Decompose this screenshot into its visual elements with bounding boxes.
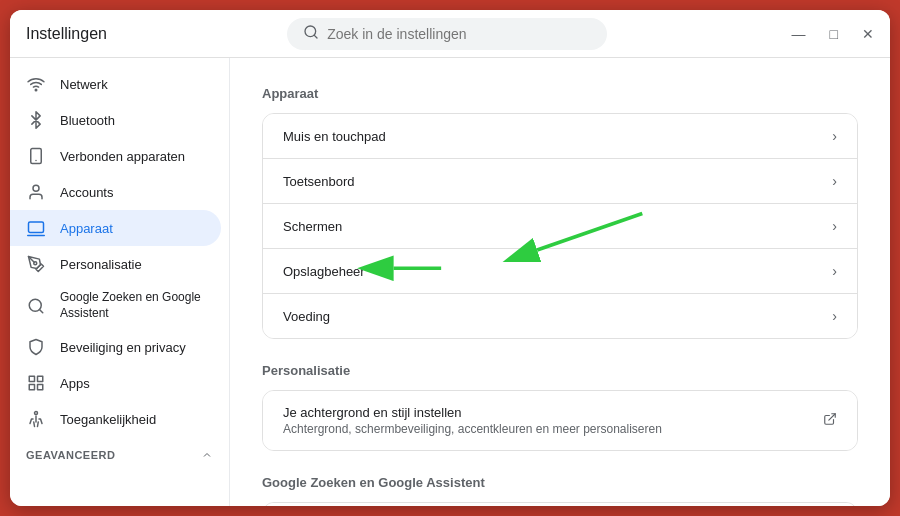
sidebar-item-toegankelijkheid-label: Toegankelijkheid: [60, 412, 156, 427]
minimize-button[interactable]: —: [788, 24, 810, 44]
sidebar-item-netwerk-label: Netwerk: [60, 77, 108, 92]
card-item-voeding-label: Voeding: [283, 309, 330, 324]
sidebar-item-toegankelijkheid[interactable]: Toegankelijkheid: [10, 401, 221, 437]
main-layout: Netwerk Bluetooth Verbonden apparat: [10, 58, 890, 506]
smartphone-icon: [26, 146, 46, 166]
google-search-icon: [26, 296, 46, 316]
card-item-opslagbeheer[interactable]: Opslagbeheer ›: [263, 249, 857, 294]
title-bar-left: Instellingen: [22, 25, 107, 43]
svg-rect-14: [29, 385, 34, 390]
laptop-icon: [26, 218, 46, 238]
chevron-right-voeding: ›: [832, 308, 837, 324]
wifi-icon: [26, 74, 46, 94]
title-bar: Instellingen — □ ✕: [10, 10, 890, 58]
search-bar[interactable]: [287, 18, 607, 50]
chevron-right-schermen: ›: [832, 218, 837, 234]
sidebar-item-google-zoeken[interactable]: Google Zoeken en Google Assistent: [10, 282, 221, 329]
advanced-label: Geavanceerd: [26, 449, 115, 461]
search-input[interactable]: [327, 26, 591, 42]
external-icon-achtergrond: [823, 412, 837, 429]
section-title-personalisatie: Personalisatie: [262, 363, 858, 378]
chevron-right-opslagbeheer: ›: [832, 263, 837, 279]
card-item-achtergrond-text: Je achtergrond en stijl instellen Achter…: [283, 405, 662, 436]
section-title-google: Google Zoeken en Google Assistent: [262, 475, 858, 490]
sidebar-item-accounts-label: Accounts: [60, 185, 113, 200]
svg-rect-6: [29, 222, 44, 233]
svg-line-16: [829, 414, 835, 420]
window-controls: — □ ✕: [788, 24, 878, 44]
sidebar-item-apps[interactable]: Apps: [10, 365, 221, 401]
card-item-muis-label: Muis en touchpad: [283, 129, 386, 144]
settings-window: Instellingen — □ ✕: [10, 10, 890, 506]
grid-icon: [26, 373, 46, 393]
card-item-achtergrond-desc: Achtergrond, schermbeveiliging, accentkl…: [283, 422, 662, 436]
svg-point-8: [34, 262, 37, 265]
card-item-schermen-label: Schermen: [283, 219, 342, 234]
card-item-toetsenbord[interactable]: Toetsenbord ›: [263, 159, 857, 204]
sidebar-item-apps-label: Apps: [60, 376, 90, 391]
sidebar-item-verbonden-label: Verbonden apparaten: [60, 149, 185, 164]
sidebar-item-netwerk[interactable]: Netwerk: [10, 66, 221, 102]
card-item-opslagbeheer-label: Opslagbeheer: [283, 264, 365, 279]
svg-point-15: [35, 412, 38, 415]
svg-rect-11: [29, 376, 34, 381]
svg-line-1: [314, 35, 317, 38]
card-item-zoekmachine[interactable]: Voorkeurszoekmachine Google: [263, 503, 857, 506]
svg-point-5: [33, 185, 39, 191]
card-item-muis[interactable]: Muis en touchpad ›: [263, 114, 857, 159]
app-title: Instellingen: [26, 25, 107, 43]
brush-icon: [26, 254, 46, 274]
sidebar-item-personalisatie-label: Personalisatie: [60, 257, 142, 272]
card-item-achtergrond[interactable]: Je achtergrond en stijl instellen Achter…: [263, 391, 857, 450]
card-list-personalisatie: Je achtergrond en stijl instellen Achter…: [262, 390, 858, 451]
sidebar-item-apparaat-label: Apparaat: [60, 221, 113, 236]
accessibility-icon: [26, 409, 46, 429]
card-item-toetsenbord-label: Toetsenbord: [283, 174, 355, 189]
svg-rect-13: [38, 385, 43, 390]
shield-icon: [26, 337, 46, 357]
sidebar-item-personalisatie[interactable]: Personalisatie: [10, 246, 221, 282]
person-icon: [26, 182, 46, 202]
sidebar-item-apparaat[interactable]: Apparaat: [10, 210, 221, 246]
sidebar-item-beveiliging[interactable]: Beveiliging en privacy: [10, 329, 221, 365]
card-item-voeding[interactable]: Voeding ›: [263, 294, 857, 338]
maximize-button[interactable]: □: [826, 24, 842, 44]
svg-point-2: [35, 89, 37, 91]
chevron-right-toetsenbord: ›: [832, 173, 837, 189]
content-area: Apparaat Muis en touchpad › Toetsenbord …: [230, 58, 890, 506]
sidebar-advanced-section[interactable]: Geavanceerd: [10, 437, 229, 465]
sidebar-item-bluetooth-label: Bluetooth: [60, 113, 115, 128]
sidebar-item-beveiliging-label: Beveiliging en privacy: [60, 340, 186, 355]
sidebar: Netwerk Bluetooth Verbonden apparat: [10, 58, 230, 506]
card-list-apparaat: Muis en touchpad › Toetsenbord › Scherme…: [262, 113, 858, 339]
search-icon: [303, 24, 319, 44]
close-button[interactable]: ✕: [858, 24, 878, 44]
card-item-schermen[interactable]: Schermen ›: [263, 204, 857, 249]
card-item-achtergrond-title: Je achtergrond en stijl instellen: [283, 405, 662, 420]
sidebar-item-bluetooth[interactable]: Bluetooth: [10, 102, 221, 138]
svg-rect-12: [38, 376, 43, 381]
chevron-up-icon: [201, 449, 213, 461]
section-title-apparaat: Apparaat: [262, 86, 858, 101]
bluetooth-icon: [26, 110, 46, 130]
sidebar-item-verbonden[interactable]: Verbonden apparaten: [10, 138, 221, 174]
card-list-google: Voorkeurszoekmachine Google: [262, 502, 858, 506]
svg-line-10: [39, 309, 42, 312]
chevron-right-muis: ›: [832, 128, 837, 144]
sidebar-item-accounts[interactable]: Accounts: [10, 174, 221, 210]
sidebar-item-google-label: Google Zoeken en Google Assistent: [60, 290, 205, 321]
